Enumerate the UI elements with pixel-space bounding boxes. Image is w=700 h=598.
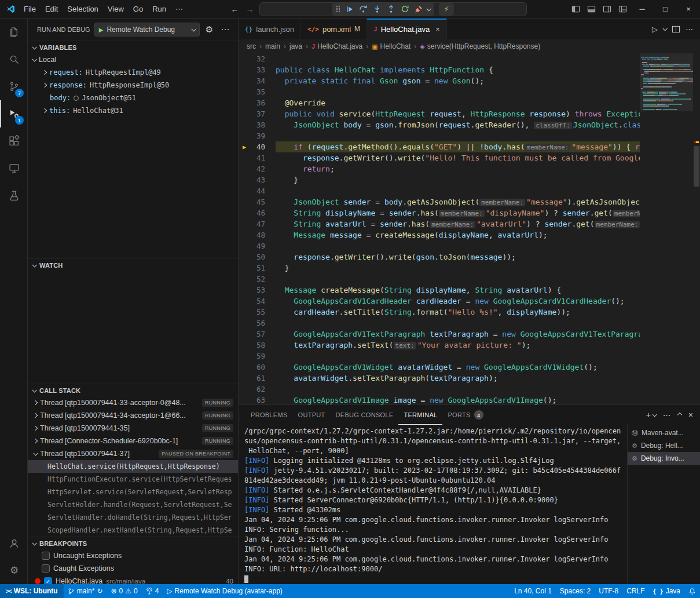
minimap-slider[interactable] — [640, 53, 693, 111]
code-line-34[interactable]: 34 private static final Gson gson = new … — [239, 75, 700, 86]
variables-section-header[interactable]: VARIABLES — [28, 41, 238, 53]
stack-frame[interactable]: HttpServlet.service(ServletRequest,Servl… — [28, 486, 238, 498]
gutter-line-37[interactable]: 37 — [239, 108, 276, 119]
panel-tab-debug-console[interactable]: DEBUG CONSOLE — [331, 405, 399, 425]
code-line-42[interactable]: 42 return; — [239, 163, 700, 174]
gutter-line-35[interactable]: 35 — [239, 86, 276, 97]
menu-view[interactable]: View — [103, 5, 129, 13]
toggle-secondary-sidebar-icon[interactable] — [599, 5, 615, 13]
callstack-thread[interactable]: Thread [Connector-Scheduler-6920b0bc-1]R… — [28, 435, 238, 447]
code-line-45[interactable]: 45 JsonObject sender = body.getAsJsonObj… — [239, 196, 700, 207]
step-out-button[interactable] — [385, 5, 397, 13]
new-terminal-button[interactable]: + — [646, 410, 656, 420]
continue-button[interactable] — [344, 5, 356, 13]
code-line-37[interactable]: 37 public void service(HttpRequest reque… — [239, 108, 700, 119]
gutter-line-44[interactable]: 44 — [239, 185, 276, 196]
callstack-thread[interactable]: Thread [qtp1500079441-37]PAUSED ON BREAK… — [28, 447, 238, 460]
start-debug-icon[interactable]: ▶ — [99, 27, 104, 33]
gutter-line-50[interactable]: 50 — [239, 251, 276, 262]
activitybar-settings[interactable]: ⚙ — [0, 557, 27, 584]
code-line-55[interactable]: 55 cardHeader.setTitle(String.format("He… — [239, 307, 700, 318]
run-java-button[interactable]: ▷ — [652, 25, 658, 34]
gutter-line-55[interactable]: 55 — [239, 307, 276, 318]
remote-indicator[interactable]: >< WSL: Ubuntu — [0, 584, 64, 598]
activitybar-source-control[interactable]: 7 — [0, 73, 27, 100]
gutter-line-51[interactable]: 51 — [239, 262, 276, 274]
cursor-position[interactable]: Ln 40, Col 1 — [510, 584, 556, 598]
activitybar-search[interactable] — [0, 46, 27, 73]
maximize-button[interactable]: □ — [654, 0, 677, 18]
code-line-60[interactable]: 60 GoogleAppsCardV1Widget avatarWidget =… — [239, 362, 700, 373]
gutter-line-42[interactable]: 42 — [239, 163, 276, 174]
code-line-61[interactable]: 61 avatarWidget.setTextParagraph(textPar… — [239, 373, 700, 384]
code-line-56[interactable]: 56 — [239, 318, 700, 329]
terminal-instance[interactable]: ⚙Debug: Hell... — [628, 439, 700, 452]
activitybar-testing[interactable] — [0, 182, 27, 209]
breakpoints-section-header[interactable]: BREAKPOINTS — [28, 537, 238, 549]
code-line-50[interactable]: 50 response.getWriter().write(gson.toJso… — [239, 251, 700, 262]
code-line-52[interactable]: 52 — [239, 274, 700, 285]
close-button[interactable]: × — [677, 0, 700, 18]
callstack-section-header[interactable]: CALL STACK — [28, 384, 238, 396]
code-line-57[interactable]: 57 GoogleAppsCardV1TextParagraph textPar… — [239, 329, 700, 340]
stack-frame[interactable]: HelloChat.service(HttpRequest,HttpRespon… — [28, 460, 238, 473]
breadcrumb-3[interactable]: java — [289, 42, 302, 50]
close-panel-icon[interactable]: × — [688, 410, 693, 420]
breadcrumb-4[interactable]: JHelloChat.java — [311, 42, 362, 50]
stack-frame[interactable]: ScopedHandler.nextHandle(String,Request,… — [28, 524, 238, 537]
step-over-button[interactable] — [357, 5, 369, 13]
gutter-line-32[interactable]: 32 — [239, 53, 276, 64]
customize-layout-icon[interactable] — [615, 5, 631, 13]
language-mode[interactable]: { } Java — [649, 584, 684, 598]
code-line-33[interactable]: 33public class HelloChat implements Http… — [239, 64, 700, 75]
gutter-line-58[interactable]: 58 — [239, 340, 276, 351]
split-editor-icon[interactable] — [672, 25, 680, 34]
code-line-32[interactable]: 32 — [239, 53, 700, 64]
code-line-39[interactable]: 39 — [239, 130, 700, 141]
editor-scrollbar[interactable] — [694, 146, 699, 187]
callstack-thread[interactable]: Thread [qtp1500079441-33-acceptor-0@48..… — [28, 396, 238, 409]
gutter-line-48[interactable]: 48 — [239, 229, 276, 240]
callstack-thread[interactable]: Thread [qtp1500079441-35]RUNNING — [28, 422, 238, 435]
gutter-line-54[interactable]: 54 — [239, 296, 276, 307]
gutter-line-53[interactable]: 53 — [239, 285, 276, 296]
activitybar-run-and-debug[interactable]: 1 — [0, 100, 27, 127]
menu-go[interactable]: Go — [129, 5, 148, 13]
editor[interactable]: 3233public class HelloChat implements Ht… — [239, 53, 700, 404]
code-line-51[interactable]: 51 } — [239, 262, 700, 274]
terminal-output[interactable]: /grpc/grpc-context/1.27.2/grpc-context-1… — [239, 425, 627, 584]
command-center[interactable]: ⚡ — [259, 2, 527, 16]
gutter-line-56[interactable]: 56 — [239, 318, 276, 329]
code-line-43[interactable]: 43 } — [239, 174, 700, 185]
maximize-panel-icon[interactable] — [678, 413, 681, 417]
branch-indicator[interactable]: main* ↻ — [64, 584, 107, 598]
callstack-thread[interactable]: Thread [qtp1500079441-34-acceptor-1@66..… — [28, 409, 238, 422]
variable-body[interactable]: body:JsonObject@51 — [28, 92, 238, 104]
code-line-49[interactable]: 49 — [239, 240, 700, 251]
gutter-line-52[interactable]: 52 — [239, 274, 276, 285]
panel-tab-output[interactable]: OUTPUT — [293, 405, 331, 425]
gutter-line-39[interactable]: 39 — [239, 130, 276, 141]
gutter-line-59[interactable]: 59 — [239, 351, 276, 362]
nav-forward-button[interactable]: → — [244, 5, 256, 14]
run-dropdown-chevron-icon[interactable] — [662, 26, 667, 31]
gutter-line-36[interactable]: 36 — [239, 97, 276, 108]
debug-toolbar-grip-icon[interactable] — [336, 5, 340, 13]
stack-frame[interactable]: ServletHandler.doHandle(String,Request,H… — [28, 511, 238, 524]
ports-indicator[interactable]: 4 — [142, 584, 163, 598]
nav-back-button[interactable]: ← — [229, 5, 241, 14]
gutter-line-60[interactable]: 60 — [239, 362, 276, 373]
panel-tab-problems[interactable]: PROBLEMS — [245, 405, 293, 425]
minimize-button[interactable]: ─ — [631, 0, 654, 18]
notifications-bell[interactable] — [684, 584, 700, 598]
breakpoint-item[interactable]: ✓HelloChat.javasrc/main/java40 — [28, 575, 238, 584]
gutter-line-33[interactable]: 33 — [239, 64, 276, 75]
gutter-line-62[interactable]: 62 — [239, 384, 276, 395]
stack-frame[interactable]: HttpFunctionExecutor.service(HttpServlet… — [28, 473, 238, 486]
restart-button[interactable] — [399, 5, 411, 13]
panel-more-icon[interactable]: ⋯ — [663, 410, 671, 420]
minimap[interactable] — [640, 53, 693, 404]
variable-this[interactable]: this:HelloChat@31 — [28, 104, 238, 117]
editor-more-icon[interactable]: ⋯ — [686, 25, 693, 34]
debug-session-indicator[interactable]: ▷ Remote Watch Debug (avatar-app) — [163, 584, 287, 598]
